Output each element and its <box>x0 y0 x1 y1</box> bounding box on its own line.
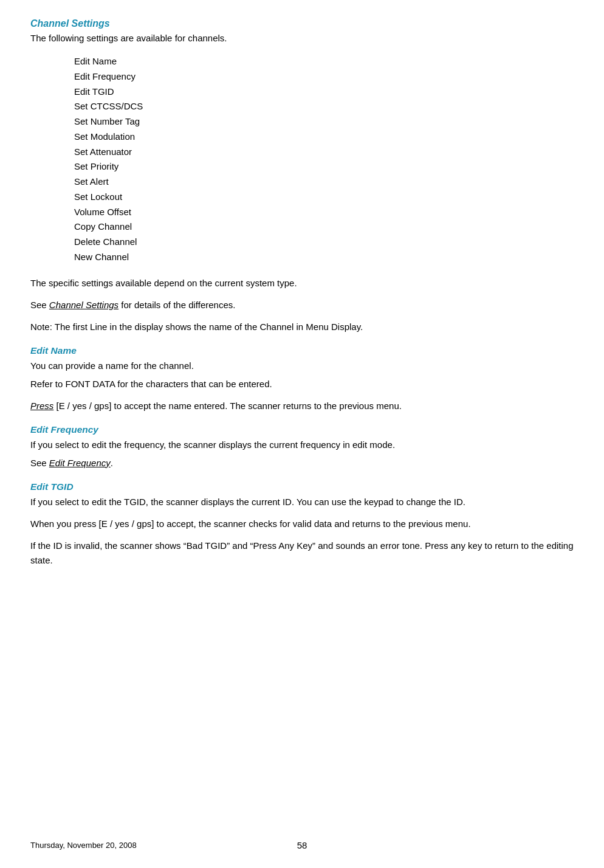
edit-freq-see-prefix: See <box>30 458 49 468</box>
menu-item: Set Alert <box>74 174 574 190</box>
menu-item: Set Modulation <box>74 129 574 145</box>
menu-item: Set Lockout <box>74 190 574 205</box>
menu-list: Edit NameEdit FrequencyEdit TGIDSet CTCS… <box>74 54 574 265</box>
edit-freq-para2: See Edit Frequency. <box>30 456 574 470</box>
edit-freq-see-suffix: . <box>111 458 113 468</box>
edit-tgid-heading: Edit TGID <box>30 481 574 492</box>
edit-tgid-para2: When you press [E / yes / gps] to accept… <box>30 517 574 531</box>
menu-item: Copy Channel <box>74 219 574 235</box>
see-channel-settings-para: See Channel Settings for details of the … <box>30 298 574 312</box>
menu-item: Edit Frequency <box>74 69 574 84</box>
footer-page-number: 58 <box>297 840 307 850</box>
edit-name-heading: Edit Name <box>30 345 574 356</box>
menu-item: Edit Name <box>74 54 574 69</box>
edit-frequency-link[interactable]: Edit Frequency <box>49 458 111 468</box>
see-prefix: See <box>30 300 49 310</box>
footer-date: Thursday, November 20, 2008 <box>30 841 137 850</box>
edit-name-para1: You can provide a name for the channel. <box>30 359 574 373</box>
page-title: Channel Settings <box>30 18 574 29</box>
edit-tgid-para1: If you select to edit the TGID, the scan… <box>30 495 574 509</box>
see-suffix: for details of the differences. <box>118 300 235 310</box>
menu-item: New Channel <box>74 250 574 265</box>
edit-freq-para1: If you select to edit the frequency, the… <box>30 438 574 452</box>
edit-name-para3-text: [E / yes / gps] to accept the name enter… <box>53 401 402 411</box>
menu-item: Delete Channel <box>74 235 574 250</box>
menu-item: Edit TGID <box>74 84 574 100</box>
menu-item: Set Priority <box>74 159 574 174</box>
note-para: Note: The first Line in the display show… <box>30 320 574 334</box>
edit-name-para2: Refer to FONT DATA for the characters th… <box>30 377 574 391</box>
menu-item: Set Number Tag <box>74 114 574 129</box>
edit-frequency-heading: Edit Frequency <box>30 424 574 435</box>
press-label: Press <box>30 401 53 411</box>
menu-item: Set CTCSS/DCS <box>74 99 574 114</box>
menu-item: Set Attenuator <box>74 145 574 160</box>
specific-settings-para: The specific settings available depend o… <box>30 276 574 291</box>
channel-settings-link[interactable]: Channel Settings <box>49 300 118 310</box>
edit-name-para3: Press [E / yes / gps] to accept the name… <box>30 399 574 413</box>
footer: Thursday, November 20, 2008 58 <box>30 841 574 850</box>
menu-item: Volume Offset <box>74 205 574 220</box>
edit-tgid-para3: If the ID is invalid, the scanner shows … <box>30 539 574 568</box>
intro-text: The following settings are available for… <box>30 33 574 43</box>
